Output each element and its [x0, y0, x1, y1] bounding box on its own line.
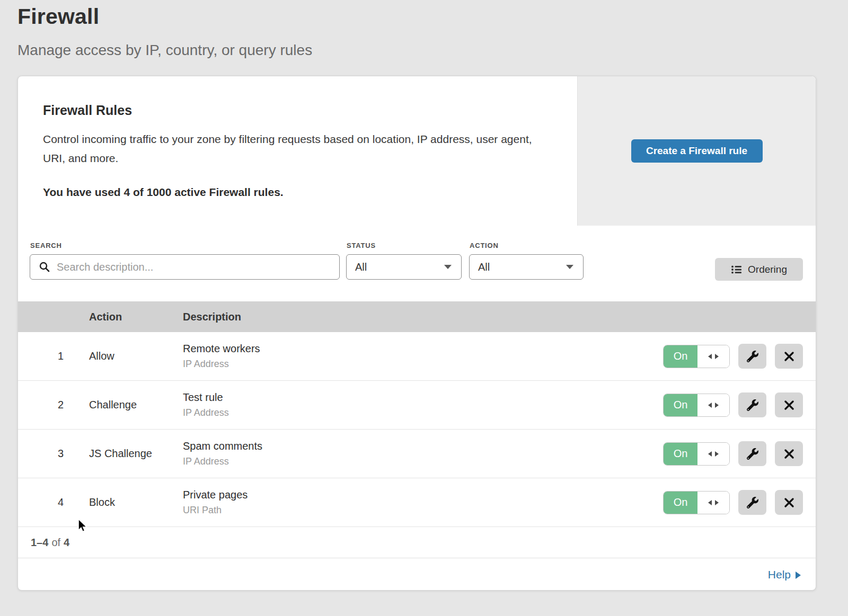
ordering-button-label: Ordering — [748, 264, 787, 275]
help-link-label: Help — [768, 568, 791, 581]
pagination-of: of — [48, 537, 64, 549]
search-input[interactable] — [57, 261, 332, 273]
chevron-down-icon — [566, 265, 573, 269]
left-right-arrows-icon — [708, 402, 719, 408]
toggle-handle[interactable] — [697, 345, 729, 368]
close-icon — [784, 351, 794, 362]
search-box — [30, 254, 340, 280]
intro-section: Firewall Rules Control incoming traffic … — [18, 76, 577, 226]
rule-description: Private pages — [183, 489, 663, 501]
filters-bar: SEARCH STATUS All ACTION All — [18, 226, 816, 301]
rule-description: Test rule — [183, 391, 663, 404]
rule-field: IP Address — [183, 359, 663, 370]
page-subtitle: Manage access by IP, country, or query r… — [17, 42, 848, 59]
rule-description: Remote workers — [183, 343, 663, 355]
rule-description: Spam comments — [183, 440, 663, 452]
wrench-icon — [747, 448, 758, 460]
close-icon — [784, 400, 794, 410]
search-icon — [39, 261, 50, 273]
action-select[interactable]: All — [469, 254, 584, 280]
usage-summary: You have used 4 of 1000 active Firewall … — [43, 186, 545, 199]
pagination-range: 1–4 — [31, 537, 48, 549]
rule-toggle[interactable]: On — [663, 345, 730, 368]
action-label: ACTION — [470, 242, 584, 249]
edit-rule-button[interactable] — [738, 441, 766, 466]
section-description: Control incoming traffic to your zone by… — [43, 130, 545, 168]
toggle-on-label: On — [664, 492, 697, 514]
left-right-arrows-icon — [708, 353, 719, 360]
status-select[interactable]: All — [346, 254, 462, 280]
edit-rule-button[interactable] — [738, 490, 766, 515]
create-rule-panel: Create a Firewall rule — [577, 76, 816, 226]
delete-rule-button[interactable] — [775, 441, 803, 466]
delete-rule-button[interactable] — [775, 344, 803, 369]
rule-toggle[interactable]: On — [663, 394, 730, 417]
table-row: 4 Block Private pages URI Path On — [18, 478, 816, 527]
page-header: Firewall Manage access by IP, country, o… — [0, 0, 848, 59]
wrench-icon — [747, 351, 758, 362]
close-icon — [784, 449, 794, 459]
rule-toggle[interactable]: On — [663, 442, 730, 466]
rule-action: Block — [64, 496, 175, 508]
toggle-handle[interactable] — [697, 492, 729, 514]
pagination: 1–4 of 4 — [18, 527, 816, 558]
rule-action: JS Challenge — [64, 448, 175, 460]
rule-toggle[interactable]: On — [663, 491, 730, 514]
wrench-icon — [747, 497, 758, 508]
rule-field: URI Path — [183, 505, 663, 516]
firewall-rules-card: Firewall Rules Control incoming traffic … — [17, 76, 816, 591]
rule-action: Challenge — [64, 399, 175, 411]
card-top-section: Firewall Rules Control incoming traffic … — [18, 76, 816, 226]
section-heading: Firewall Rules — [43, 103, 545, 118]
ordered-list-icon — [731, 264, 743, 275]
edit-rule-button[interactable] — [738, 344, 766, 369]
page-title: Firewall — [17, 4, 848, 29]
status-select-value: All — [355, 261, 367, 273]
delete-rule-button[interactable] — [775, 490, 803, 515]
toggle-handle[interactable] — [697, 443, 729, 465]
table-header: Action Description — [18, 301, 816, 332]
action-column-header: Action — [64, 311, 175, 323]
chevron-down-icon — [444, 265, 452, 269]
status-label: STATUS — [347, 242, 462, 249]
rule-field: IP Address — [183, 456, 663, 467]
rule-priority: 2 — [18, 399, 64, 411]
table-row: 2 Challenge Test rule IP Address On — [18, 381, 816, 430]
toggle-on-label: On — [664, 345, 697, 368]
toggle-on-label: On — [664, 443, 697, 465]
wrench-icon — [747, 399, 758, 411]
help-link[interactable]: Help — [768, 568, 801, 581]
create-firewall-rule-button[interactable]: Create a Firewall rule — [631, 139, 763, 163]
search-filter-group: SEARCH — [30, 242, 340, 280]
status-filter-group: STATUS All — [346, 242, 462, 280]
description-column-header: Description — [175, 311, 816, 323]
toggle-handle[interactable] — [697, 394, 729, 416]
edit-rule-button[interactable] — [738, 392, 766, 417]
table-row: 1 Allow Remote workers IP Address On — [18, 332, 816, 381]
ordering-button[interactable]: Ordering — [715, 258, 803, 281]
table-row: 3 JS Challenge Spam comments IP Address … — [18, 430, 816, 478]
search-label: SEARCH — [30, 242, 340, 249]
arrow-right-icon — [796, 572, 801, 579]
rule-priority: 3 — [18, 448, 64, 460]
rule-field: IP Address — [183, 407, 663, 418]
delete-rule-button[interactable] — [775, 392, 803, 417]
rule-action: Allow — [64, 350, 175, 362]
left-right-arrows-icon — [708, 499, 719, 506]
close-icon — [784, 497, 794, 508]
rule-priority: 1 — [18, 350, 64, 362]
left-right-arrows-icon — [708, 451, 719, 457]
rule-priority: 4 — [18, 496, 64, 508]
card-footer: Help — [18, 558, 816, 591]
action-filter-group: ACTION All — [469, 242, 584, 280]
pagination-total: 4 — [64, 537, 69, 549]
action-select-value: All — [478, 261, 490, 273]
toggle-on-label: On — [664, 394, 697, 416]
